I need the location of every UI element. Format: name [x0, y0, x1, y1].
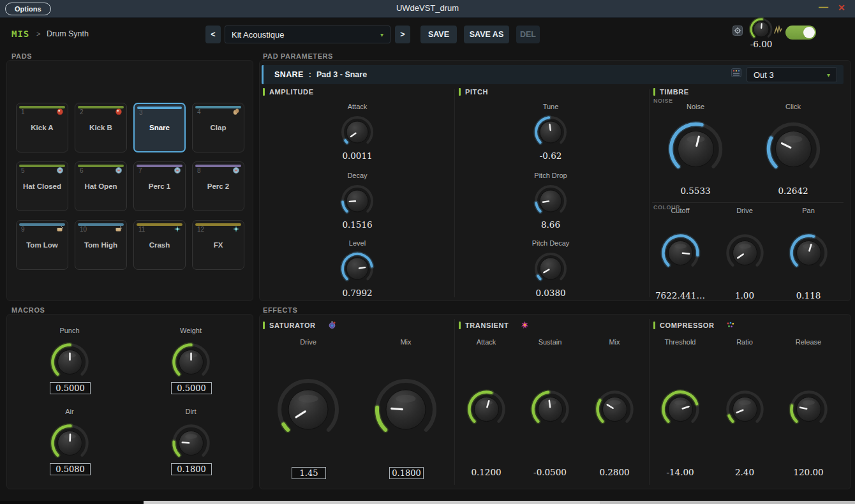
section-accent	[263, 88, 265, 96]
pitch-section-header: PITCH	[459, 88, 488, 96]
knob-macro-weight[interactable]	[170, 341, 212, 386]
next-preset-button[interactable]: >	[395, 26, 410, 43]
knob-value-amp-attack: 0.0011	[319, 151, 396, 161]
preset-select[interactable]: Kit Acoustique ▾	[225, 26, 390, 43]
pad-number: 7	[138, 167, 142, 174]
pad-perc-1[interactable]: 7Perc 1	[133, 161, 186, 211]
knob-value-sat-drive[interactable]: 1.45	[292, 467, 326, 479]
output-select[interactable]: Out 3 ▾	[747, 67, 837, 82]
pad-kick-b[interactable]: 2Kick B	[75, 103, 127, 152]
knob-label-macro-weight: Weight	[152, 327, 229, 334]
pads-panel-title: PADS	[11, 52, 32, 60]
master-power-toggle[interactable]	[785, 26, 816, 40]
knob-value-trans-mix: 0.2800	[576, 467, 653, 477]
selected-pad-name: SNARE	[274, 70, 304, 79]
plugin-window: Options UWdeVST_drum — ✕ MIS > Drum Synt…	[0, 0, 855, 504]
breadcrumb-separator: >	[36, 30, 40, 38]
pad-label: Snare	[135, 124, 184, 131]
knob-value-comp-release: 120.00	[770, 467, 847, 477]
knob-amp-decay[interactable]	[339, 182, 376, 222]
knob-value-pitch-tune: -0.62	[512, 151, 589, 161]
knob-sat-mix[interactable]	[372, 376, 440, 446]
knob-sat-drive[interactable]	[274, 376, 342, 446]
pad-hat-open[interactable]: 6Hat Open	[75, 161, 127, 211]
saturator-section-header: SATURATOR	[263, 321, 336, 329]
tom-icon	[56, 225, 64, 233]
pad-number: 9	[21, 226, 25, 233]
save-button[interactable]: SAVE	[420, 26, 457, 43]
save-as-button[interactable]: SAVE AS	[464, 26, 509, 43]
knob-timbre-click[interactable]	[764, 119, 823, 181]
pad-clap[interactable]: 4Clap	[192, 103, 244, 152]
close-button[interactable]: ✕	[838, 3, 845, 13]
timbre-divider	[652, 202, 844, 203]
knob-timbre-noise[interactable]	[666, 119, 725, 181]
knob-trans-sustain[interactable]	[529, 388, 572, 433]
knob-pitch-tune[interactable]	[532, 114, 569, 153]
knob-label-timbre-pan: Pan	[770, 207, 847, 214]
knob-trans-attack[interactable]	[465, 388, 508, 433]
knob-macro-dirt[interactable]	[170, 422, 212, 467]
knob-macro-air[interactable]	[48, 422, 91, 467]
pad-label: Kick A	[17, 124, 68, 131]
minimize-button[interactable]: —	[819, 1, 828, 12]
knob-label-amp-level: Level	[319, 239, 396, 247]
knob-value-pitch-decay: 0.0380	[512, 288, 589, 298]
compressor-section-header: COMPRESSOR	[653, 321, 735, 329]
selected-pad-desc: Pad 3 - Snare	[316, 70, 367, 79]
knob-amp-attack[interactable]	[339, 114, 376, 153]
knob-comp-ratio[interactable]	[724, 388, 766, 433]
master-settings-icon[interactable]	[732, 26, 743, 36]
knob-trans-mix[interactable]	[593, 388, 636, 433]
pad-crash[interactable]: 11Crash	[133, 220, 186, 270]
pad-hat-closed[interactable]: 5Hat Closed	[16, 161, 68, 211]
knob-value-master-volume: -6.00	[723, 39, 799, 49]
knob-value-macro-air[interactable]: 0.5080	[50, 463, 91, 475]
pad-label: Clap	[193, 124, 244, 131]
pad-snare[interactable]: 3Snare	[133, 103, 186, 152]
pad-tom-low[interactable]: 9Tom Low	[16, 220, 68, 270]
knob-value-macro-punch[interactable]: 0.5000	[50, 382, 91, 394]
preset-select-value: Kit Acoustique	[232, 30, 284, 40]
window-title: UWdeVST_drum	[0, 3, 855, 13]
column-divider	[454, 89, 455, 297]
compressor-icon	[726, 321, 735, 329]
toggle-thumb	[803, 27, 815, 38]
pad-fx[interactable]: 12FX	[192, 220, 244, 270]
pad-perc-2[interactable]: 8Perc 2	[192, 161, 244, 211]
knob-label-trans-mix: Mix	[576, 338, 653, 346]
knob-comp-threshold[interactable]	[659, 388, 702, 433]
scrollbar-track[interactable]	[600, 501, 855, 504]
knob-timbre-cutoff[interactable]	[659, 232, 702, 277]
pad-parameters-title: PAD PARAMETERS	[263, 52, 333, 60]
cymbal-icon	[115, 167, 123, 174]
knob-value-macro-weight[interactable]: 0.5000	[171, 382, 212, 394]
pad-label: Tom Low	[17, 241, 68, 249]
knob-label-amp-attack: Attack	[319, 103, 396, 110]
breadcrumb-product: Drum Synth	[47, 29, 89, 38]
knob-timbre-drive[interactable]	[724, 232, 766, 277]
knob-macro-punch[interactable]	[48, 341, 91, 386]
pad-kick-a[interactable]: 1Kick A	[16, 103, 68, 152]
knob-label-macro-punch: Punch	[31, 327, 108, 334]
knob-pitch-drop[interactable]	[532, 182, 569, 222]
knob-pitch-decay[interactable]	[532, 250, 569, 290]
knob-value-sat-mix[interactable]: 0.1800	[389, 467, 424, 479]
pad-label: Perc 2	[193, 182, 244, 190]
pads-grid: 1Kick A2Kick B3Snare4Clap5Hat Closed6Hat…	[16, 103, 244, 270]
amplitude-title: AMPLITUDE	[269, 88, 314, 96]
scrollbar-thumb[interactable]	[144, 501, 600, 504]
knob-timbre-pan[interactable]	[787, 232, 830, 277]
knob-amp-level[interactable]	[339, 250, 376, 290]
section-accent	[653, 88, 655, 96]
knob-comp-release[interactable]	[787, 388, 830, 433]
delete-preset-button[interactable]: DEL	[516, 26, 540, 43]
pad-tom-high[interactable]: 10Tom High	[75, 220, 127, 270]
pad-label: Crash	[134, 241, 185, 249]
knob-label-sat-drive: Drive	[270, 338, 346, 346]
cymbal-icon	[174, 167, 181, 174]
pad-label: Perc 1	[134, 182, 185, 190]
knob-value-macro-dirt[interactable]: 0.1800	[171, 463, 212, 475]
kick-icon	[115, 108, 123, 115]
prev-preset-button[interactable]: <	[205, 26, 221, 43]
